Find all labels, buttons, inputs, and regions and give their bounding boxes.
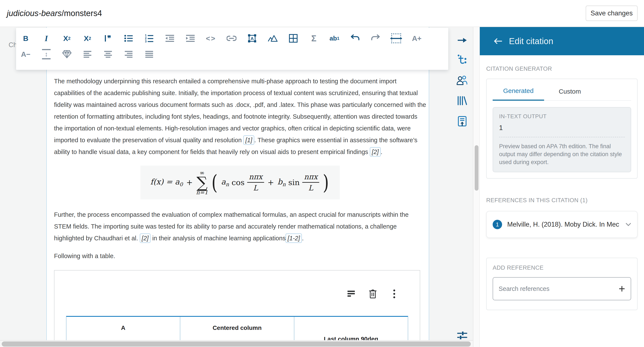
- panel-title: Edit citation: [509, 36, 553, 46]
- add-reference-card: ADD REFERENCE +: [486, 258, 638, 310]
- collaborators-icon[interactable]: [456, 74, 468, 86]
- superscript-button[interactable]: X2: [81, 32, 94, 44]
- equation-block[interactable]: f(x) = a0 + ∞ ∑ n=1 ( an cos nπx L + bn …: [54, 166, 426, 199]
- citation-pill-3[interactable]: [2]: [140, 234, 150, 243]
- delete-table-icon[interactable]: [368, 289, 378, 299]
- dashed-divider: [499, 137, 625, 137]
- export-document-icon[interactable]: [456, 115, 468, 127]
- formula-plus-2: +: [267, 178, 275, 187]
- formula-lhs: f(x) = a0: [150, 177, 183, 187]
- table-header-centered[interactable]: Centered column: [180, 317, 294, 340]
- math-formula[interactable]: f(x) = a0 + ∞ ∑ n=1 ( an cos nπx L + bn …: [140, 166, 340, 199]
- insert-table-button[interactable]: [287, 32, 300, 44]
- file-name: /monsters4: [62, 9, 102, 18]
- text-frame-button[interactable]: A: [246, 32, 258, 44]
- table-properties-icon[interactable]: [346, 289, 356, 299]
- preview-note: Preview based on APA 7th edition. The fi…: [499, 142, 625, 166]
- tab-generated[interactable]: Generated: [493, 81, 544, 101]
- code-button[interactable]: <>: [205, 32, 217, 44]
- paragraph-1[interactable]: The methodology underpinning this resear…: [54, 75, 426, 158]
- app-root: judicious-bears/monsters4 Save changes C…: [0, 0, 644, 347]
- citation-pill-1[interactable]: [1]: [243, 135, 254, 145]
- equation-button[interactable]: Σ: [308, 32, 320, 44]
- add-reference-label: ADD REFERENCE: [493, 265, 631, 271]
- collapse-panel-arrow-icon[interactable]: [456, 34, 468, 46]
- svg-text:3: 3: [145, 40, 147, 43]
- table-header-a[interactable]: A: [66, 317, 180, 340]
- term-1: an: [221, 177, 229, 187]
- preview-table[interactable]: A Centered column Last column 90deg: [66, 316, 408, 340]
- font-size-increase-button[interactable]: A+: [410, 32, 423, 44]
- formatting-toolbar: B I X2 X2 ❞ 123 <> A: [16, 28, 448, 70]
- table-more-options-icon[interactable]: [389, 289, 399, 299]
- table-toolbar: [54, 289, 399, 299]
- paragraph-2[interactable]: Further, the process encompassed the eva…: [54, 209, 426, 244]
- reference-item[interactable]: 1 Melville, H. (2018). Moby Dick. In Mec: [486, 211, 638, 238]
- document-title: judicious-bears/monsters4: [7, 9, 102, 18]
- cos-function: cos: [232, 178, 244, 187]
- editor-page[interactable]: The methodology underpinning this resear…: [46, 27, 429, 340]
- numbered-list-button[interactable]: 123: [143, 32, 156, 44]
- page-break-button[interactable]: [390, 32, 402, 44]
- chevron-down-icon[interactable]: [626, 223, 631, 226]
- footnote-button[interactable]: ab1: [328, 32, 341, 44]
- background-chapter-label: Ch: [8, 41, 17, 49]
- horizontal-scrollbar-thumb[interactable]: [2, 342, 471, 347]
- reference-number-badge: 1: [493, 220, 502, 229]
- undo-button[interactable]: [349, 32, 361, 44]
- citation-generator-card: Generated Custom IN-TEXT OUTPUT 1 Previe…: [486, 79, 638, 179]
- in-text-output-label: IN-TEXT OUTPUT: [499, 113, 625, 120]
- tab-custom[interactable]: Custom: [544, 81, 596, 101]
- insert-image-button[interactable]: [266, 32, 279, 44]
- back-arrow-icon[interactable]: [494, 38, 502, 44]
- toolbar-row-2: A− ↕: [20, 48, 448, 60]
- blockquote-button[interactable]: ❞: [102, 32, 114, 44]
- paragraph-1-text: The methodology underpinning this resear…: [54, 78, 426, 143]
- vertical-scrollbar-thumb[interactable]: [475, 145, 478, 191]
- references-library-icon[interactable]: [456, 95, 468, 107]
- italic-button[interactable]: I: [40, 32, 52, 44]
- sin-function: sin: [288, 178, 300, 187]
- formula-plus: +: [186, 178, 194, 187]
- references-section-label: REFERENCES IN THIS CITATION (1): [486, 197, 638, 204]
- panel-header: Edit citation: [480, 27, 644, 55]
- search-references-input[interactable]: [499, 285, 619, 292]
- align-right-button[interactable]: [122, 48, 135, 60]
- paragraph-2-text-2: in their analysis of machine learning ap…: [150, 235, 286, 242]
- horizontal-scrollbar-track: [0, 340, 473, 347]
- vertical-scrollbar-track: [473, 27, 480, 347]
- term-2: bn: [278, 177, 286, 187]
- in-text-output-box: IN-TEXT OUTPUT 1 Preview based on APA 7t…: [493, 107, 631, 172]
- svg-text:A: A: [250, 36, 254, 41]
- summation-symbol: ∞ ∑ n=1: [196, 170, 208, 195]
- reference-search-box: +: [493, 277, 631, 300]
- citation-pill-2[interactable]: [2]: [370, 147, 380, 157]
- citation-tabs: Generated Custom: [493, 81, 631, 101]
- font-size-decrease-button[interactable]: A−: [20, 48, 32, 60]
- outdent-button[interactable]: [164, 32, 176, 44]
- panel-body: CITATION GENERATOR Generated Custom IN-T…: [480, 65, 644, 310]
- table-widget[interactable]: A Centered column Last column 90deg: [54, 270, 420, 340]
- paragraph-3[interactable]: Following with a table.: [54, 250, 426, 262]
- link-button[interactable]: [225, 32, 238, 44]
- line-height-button[interactable]: ↕: [40, 48, 52, 60]
- subscript-button[interactable]: X2: [61, 32, 73, 44]
- align-left-button[interactable]: [81, 48, 94, 60]
- citation-generator-label: CITATION GENERATOR: [486, 65, 638, 72]
- table-header-last[interactable]: Last column 90deg: [294, 317, 408, 340]
- format-gem-button[interactable]: [61, 48, 73, 60]
- citation-pill-4[interactable]: [1-2]: [286, 234, 302, 243]
- redo-button[interactable]: [370, 32, 382, 44]
- indent-button[interactable]: [184, 32, 196, 44]
- bullet-list-button[interactable]: [122, 32, 135, 44]
- align-center-button[interactable]: [102, 48, 114, 60]
- toolbar-row-1: B I X2 X2 ❞ 123 <> A: [20, 32, 448, 44]
- edit-citation-panel: Edit citation CITATION GENERATOR Generat…: [480, 27, 644, 347]
- paragraph-1-text-3: .: [381, 148, 382, 155]
- in-text-output-value: 1: [499, 124, 625, 132]
- bold-button[interactable]: B: [20, 32, 32, 44]
- track-changes-icon[interactable]: [456, 53, 468, 65]
- justify-button[interactable]: [143, 48, 156, 60]
- save-changes-button[interactable]: Save changes: [586, 5, 638, 21]
- editor-settings-icon[interactable]: [456, 330, 468, 342]
